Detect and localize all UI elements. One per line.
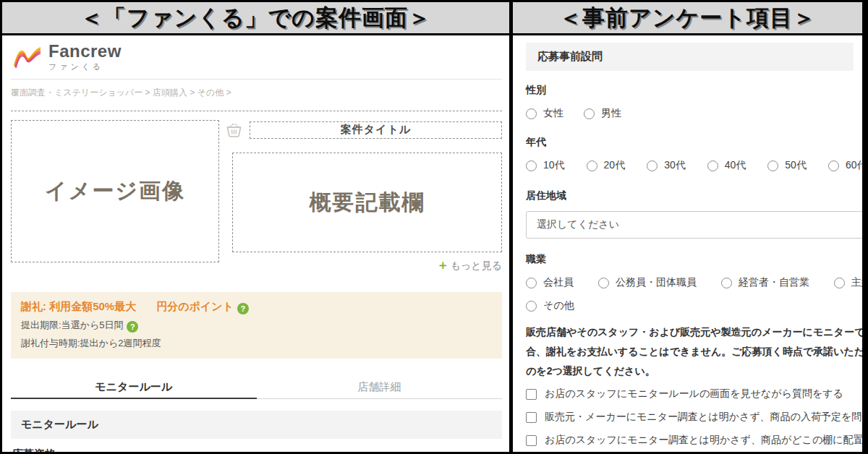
case-image-placeholder: イメージ画像 [11, 120, 219, 262]
fancrew-wave-icon [11, 41, 43, 73]
radio-option-label: 男性 [601, 107, 621, 120]
detail-tabs: モニタールール 店舗詳細 [11, 376, 502, 399]
survey-header: 応募事前設問 [526, 43, 854, 71]
left-panel-title: ＜「ファンくる」での案件画面＞ [2, 2, 509, 35]
more-link-label: もっと見る [451, 260, 502, 271]
radio-icon [707, 160, 718, 171]
fancrew-screen: Fancrew ファンくる 覆面調査・ミステリーショッパー > 店頭購入 > そ… [2, 35, 509, 452]
case-summary-placeholder: 概要記載欄 [232, 153, 502, 252]
checkbox-label: 販売元・メーカーにモニター調査とは明かさず、商品の入荷予定を問合せする [545, 411, 862, 424]
radio-option-label: 女性 [543, 107, 563, 120]
fancrew-logotype: Fancrew ファンくる [48, 43, 122, 72]
help-icon[interactable]: ? [237, 303, 249, 314]
dashed-separator [11, 111, 502, 111]
radio-option-label: 経営者・自営業 [739, 276, 809, 289]
checkbox-icon [526, 412, 537, 423]
more-link[interactable]: ＋もっと見る [224, 257, 502, 273]
radio-option-label: 60代以上 [846, 159, 862, 172]
radio-option-other[interactable]: その他 [526, 299, 574, 312]
checkbox-label: お店のスタッフにモニタールールの画面を見せながら質問をする [545, 387, 843, 401]
radio-option-label: 40代 [725, 159, 746, 172]
radio-option-label: その他 [543, 299, 574, 312]
radio-option-30s[interactable]: 30代 [647, 159, 686, 172]
basket-icon[interactable] [224, 120, 244, 140]
radio-icon [721, 278, 732, 288]
occupation-label: 職業 [526, 253, 854, 266]
radio-option-homemaker[interactable]: 主婦（夫） [834, 276, 862, 289]
radio-option-40s[interactable]: 40代 [707, 159, 746, 172]
radio-option-50s[interactable]: 50代 [767, 159, 807, 172]
header-divider [11, 79, 502, 80]
radio-option-business-owner[interactable]: 経営者・自営業 [721, 276, 809, 289]
radio-icon [767, 160, 778, 171]
region-label: 居住地域 [526, 189, 854, 202]
age-options: 10代 20代 30代 40代 50代 [526, 159, 854, 172]
checkbox-icon [526, 389, 537, 400]
notice-line: 販売店舗やそのスタッフ・および販売元や製造元のメーカーにモニターであることが知ら [526, 322, 862, 342]
checkbox-option-ask-stock[interactable]: 販売元・メーカーにモニター調査とは明かさず、商品の入荷予定を問合せする [526, 411, 862, 424]
radio-option-female[interactable]: 女性 [526, 107, 563, 120]
case-info-column: 案件タイトル 概要記載欄 ＋もっと見る [224, 120, 502, 273]
radio-icon [834, 278, 845, 288]
checkbox-option-show-rules[interactable]: お店のスタッフにモニタールールの画面を見せながら質問をする [526, 387, 862, 401]
fancrew-case-panel: ＜「ファンくる」での案件画面＞ Fancrew ファンくる 覆面調査・ミステリー… [2, 2, 513, 452]
monitor-notice: 販売店舗やそのスタッフ・および販売元や製造元のメーカーにモニターであることが知ら… [526, 322, 854, 381]
radio-option-company-employee[interactable]: 会社員 [526, 276, 574, 289]
radio-icon [828, 160, 839, 171]
radio-option-10s[interactable]: 10代 [526, 159, 565, 172]
radio-option-label: 10代 [543, 159, 565, 172]
tab-store-detail[interactable]: 店舗詳細 [257, 376, 503, 399]
age-label: 年代 [526, 136, 854, 149]
logo-name: Fancrew [48, 43, 122, 60]
checkbox-icon [526, 435, 537, 446]
case-title-placeholder: 案件タイトル [250, 121, 502, 139]
gender-options: 女性 男性 [526, 107, 854, 120]
notice-line: のを2つ選択してください。 [526, 361, 862, 381]
reward-deadline-text: 提出期限:当選から5日間 [21, 320, 123, 330]
fancrew-logo[interactable]: Fancrew ファンくる [11, 41, 502, 73]
radio-option-male[interactable]: 男性 [584, 107, 621, 120]
reward-points: 円分のポイント [156, 300, 234, 312]
checkbox-option-ask-shelf[interactable]: お店のスタッフにモニター調査とは明かさず、商品がどこの棚に配置してあるかを質 [526, 434, 862, 447]
notice-line: 合、謝礼をお支払いすることはできません。ご応募頂く時点で承諾いただいたものとみな [526, 342, 862, 361]
radio-option-label: 30代 [664, 159, 686, 172]
radio-option-20s[interactable]: 20代 [587, 159, 626, 172]
help-icon[interactable]: ? [127, 321, 138, 333]
radio-icon [584, 108, 595, 119]
radio-option-label: 50代 [785, 159, 807, 172]
right-panel-title: ＜事前アンケート項目＞ [513, 2, 862, 35]
radio-icon [526, 108, 537, 119]
occupation-options-row1: 会社員 公務員・団体職員 経営者・自営業 主婦（夫） パ [526, 276, 862, 289]
radio-icon [587, 160, 597, 171]
reward-box: 謝礼: 利用金額50%最大円分のポイント? 提出期限:当選から5日間? 謝礼付与… [11, 292, 502, 359]
reward-grant-timing: 謝礼付与時期:提出から2週間程度 [21, 337, 492, 350]
radio-option-label: 主婦（夫） [851, 276, 862, 289]
logo-subname: ファンくる [48, 61, 122, 72]
region-select-placeholder: 選択してください [537, 218, 619, 231]
radio-icon [526, 160, 537, 171]
tab-monitor-rule[interactable]: モニタールール [11, 376, 257, 399]
monitor-rule-section-heading: モニタールール [11, 411, 502, 439]
comparison-frame: ＜「ファンくる」での案件画面＞ Fancrew ファンくる 覆面調査・ミステリー… [0, 0, 868, 454]
radio-icon [647, 160, 658, 171]
radio-icon [526, 278, 537, 288]
region-select[interactable]: 選択してください [526, 211, 862, 239]
case-title-row: 案件タイトル [224, 120, 502, 140]
breadcrumb[interactable]: 覆面調査・ミステリーショッパー > 店頭購入 > その他 > [11, 87, 502, 99]
radio-icon [526, 301, 537, 312]
reward-amount: 謝礼: 利用金額50%最大 [21, 300, 136, 312]
case-media-row: イメージ画像 案件タイトル 概要記載欄 ＋もっ [11, 120, 502, 273]
qualification-label: 応募資格 [11, 447, 502, 452]
radio-option-label: 公務員・団体職員 [616, 276, 697, 289]
checkbox-label: お店のスタッフにモニター調査とは明かさず、商品がどこの棚に配置してあるかを質 [545, 434, 862, 447]
radio-option-60s-over[interactable]: 60代以上 [828, 159, 862, 172]
gender-label: 性別 [526, 84, 854, 97]
occupation-options-row2: その他 [526, 299, 854, 312]
survey-panel: ＜事前アンケート項目＞ 応募事前設問 性別 女性 男性 年代 10代 [513, 2, 862, 452]
radio-option-label: 会社員 [543, 276, 574, 289]
radio-option-public-servant[interactable]: 公務員・団体職員 [598, 276, 697, 289]
survey-form: 応募事前設問 性別 女性 男性 年代 10代 [513, 35, 862, 452]
radio-option-label: 20代 [604, 159, 626, 172]
plus-icon: ＋ [437, 258, 449, 272]
reward-line1: 謝礼: 利用金額50%最大円分のポイント? [21, 300, 492, 314]
